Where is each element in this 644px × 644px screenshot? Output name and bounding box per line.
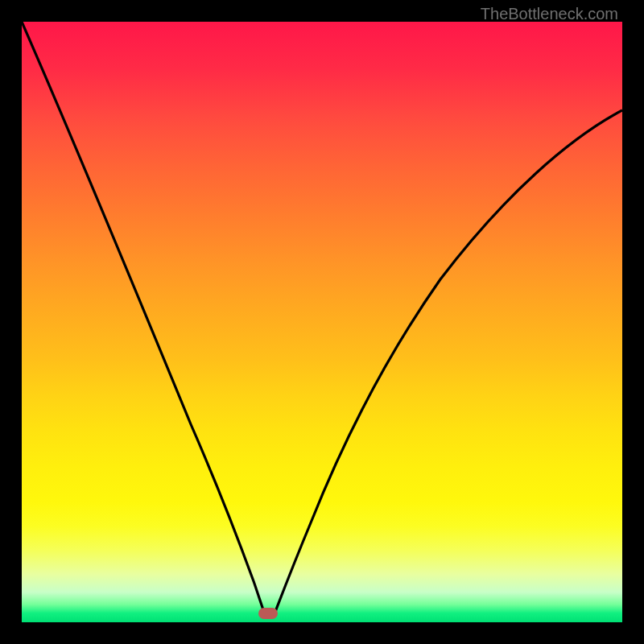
optimal-point-marker xyxy=(258,608,278,619)
plot-area xyxy=(22,22,622,622)
bottleneck-curve-svg xyxy=(22,22,622,622)
chart-frame: TheBottleneck.com xyxy=(0,0,644,644)
watermark-text: TheBottleneck.com xyxy=(481,5,618,23)
bottleneck-curve-path xyxy=(22,22,622,616)
